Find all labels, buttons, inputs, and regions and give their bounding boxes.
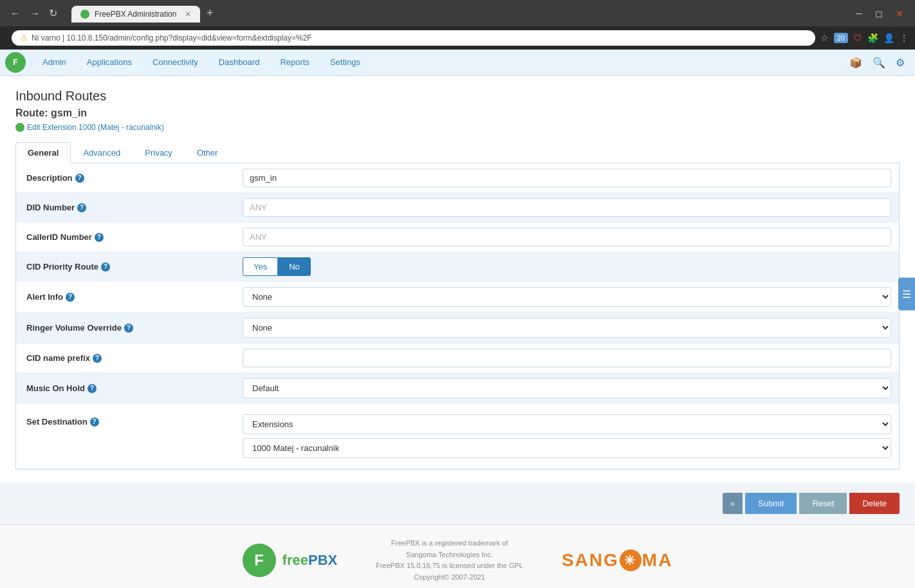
- field-cid-priority-label: CID Priority Route ?: [16, 255, 235, 278]
- shield-icon[interactable]: 🛡: [853, 33, 862, 43]
- field-ringer-volume-label: Ringer Volume Override ?: [16, 317, 235, 339]
- field-ringer-volume-row: Ringer Volume Override ? None: [16, 313, 899, 344]
- sidebar-panel-button[interactable]: ☰: [898, 278, 915, 311]
- nav-menu: Admin Applications Connectivity Dashboar…: [32, 50, 847, 75]
- nav-reports[interactable]: Reports: [270, 50, 320, 75]
- set-destination-help-icon[interactable]: ?: [90, 418, 99, 427]
- field-did-field: [235, 193, 899, 222]
- field-description-label: Description ?: [16, 167, 235, 189]
- field-cid-name-prefix-row: CID name prefix ?: [16, 344, 899, 373]
- edit-icon: [15, 123, 24, 132]
- lock-warning-icon: ⚠: [21, 33, 28, 42]
- field-ringer-volume-field: None: [235, 313, 899, 343]
- field-callerid-label: CallerID Number ?: [16, 226, 235, 248]
- music-on-hold-select[interactable]: Default: [243, 378, 891, 398]
- nav-applications[interactable]: Applications: [77, 50, 142, 75]
- description-help-icon[interactable]: ?: [75, 174, 84, 183]
- tab-close-icon[interactable]: ✕: [185, 10, 191, 19]
- cid-name-prefix-input[interactable]: [243, 349, 891, 367]
- tab-title: FreePBX Administration: [95, 10, 176, 19]
- navbar: F Admin Applications Connectivity Dashbo…: [0, 50, 915, 76]
- yes-button[interactable]: Yes: [243, 257, 278, 276]
- field-set-destination-field: Extensions 1000 Matej - racunalnik: [235, 409, 899, 463]
- description-input[interactable]: [243, 169, 891, 187]
- field-cid-priority-field: Yes No: [235, 252, 899, 281]
- menu-icon[interactable]: ⋮: [900, 33, 909, 43]
- extensions-icon[interactable]: 🧩: [867, 33, 878, 43]
- footer-copyright: FreePBX is a registered trademark of San…: [376, 538, 523, 583]
- url-text: Ni varno | 10.10.8.150/admin/config.php?…: [32, 33, 806, 42]
- field-callerid-row: CallerID Number ?: [16, 223, 899, 252]
- main-content: Inbound Routes Route: gsm_in Edit Extens…: [0, 76, 915, 482]
- alert-info-help-icon[interactable]: ?: [66, 293, 75, 302]
- reload-button[interactable]: ↻: [45, 5, 61, 22]
- page-title: Inbound Routes: [15, 89, 900, 104]
- tab-advanced[interactable]: Advanced: [71, 142, 133, 163]
- browser-tab[interactable]: FreePBX Administration ✕: [71, 6, 200, 23]
- freepbx-brand-text: freePBX: [282, 552, 338, 569]
- ringer-volume-select[interactable]: None: [243, 318, 891, 338]
- field-music-on-hold-row: Music On Hold ? Default: [16, 373, 899, 404]
- field-alert-info-label: Alert Info ?: [16, 286, 235, 308]
- yes-no-group: Yes No: [243, 257, 891, 276]
- bookmark-icon[interactable]: ☆: [820, 33, 829, 43]
- tab-privacy[interactable]: Privacy: [133, 142, 185, 163]
- nav-connectivity[interactable]: Connectivity: [142, 50, 208, 75]
- cid-priority-help-icon[interactable]: ?: [101, 262, 110, 271]
- forward-button[interactable]: →: [26, 5, 44, 22]
- freepbx-logo: F: [5, 52, 26, 73]
- nav-admin[interactable]: Admin: [32, 50, 77, 75]
- profile-icon[interactable]: 👤: [883, 33, 894, 43]
- field-callerid-field: [235, 223, 899, 252]
- set-destination-value-select[interactable]: 1000 Matej - racunalnik: [243, 438, 891, 458]
- no-button[interactable]: No: [278, 257, 311, 276]
- nav-gear-icon[interactable]: ⚙: [893, 54, 907, 71]
- freepbx-frog-icon: F: [243, 544, 276, 577]
- module-admin-icon[interactable]: 📦: [847, 54, 865, 71]
- submit-button[interactable]: Submit: [745, 493, 797, 514]
- edit-extension-link[interactable]: Edit Extension 1000 (Matej - racunalnik): [15, 123, 900, 132]
- field-cid-name-prefix-label: CID name prefix ?: [16, 347, 235, 369]
- alert-info-select[interactable]: None: [243, 287, 891, 307]
- field-cid-name-prefix-field: [235, 344, 899, 372]
- action-bar: » Submit Reset Delete: [0, 482, 915, 524]
- callerid-input[interactable]: [243, 228, 891, 246]
- back-button[interactable]: ←: [6, 5, 24, 22]
- tab-general[interactable]: General: [15, 142, 71, 163]
- tab-favicon: [80, 10, 89, 19]
- nav-settings[interactable]: Settings: [320, 50, 371, 75]
- did-input[interactable]: [243, 198, 891, 217]
- cid-name-prefix-help-icon[interactable]: ?: [93, 354, 102, 363]
- field-cid-priority-row: CID Priority Route ? Yes No: [16, 252, 899, 282]
- new-tab-button[interactable]: +: [201, 4, 219, 23]
- ringer-volume-help-icon[interactable]: ?: [124, 324, 133, 333]
- route-subtitle: Route: gsm_in: [15, 107, 900, 119]
- callerid-help-icon[interactable]: ?: [95, 233, 104, 242]
- collapse-button[interactable]: »: [723, 493, 743, 514]
- field-alert-info-row: Alert Info ? None: [16, 282, 899, 313]
- freepbx-logo-footer: F freePBX: [243, 544, 338, 577]
- window-maximize-button[interactable]: ◻: [870, 7, 888, 20]
- extension-badge[interactable]: 20: [834, 33, 848, 43]
- music-on-hold-help-icon[interactable]: ?: [88, 384, 97, 393]
- window-close-button[interactable]: ✕: [891, 7, 909, 20]
- field-did-label: DID Number ?: [16, 196, 235, 219]
- set-destination-type-select[interactable]: Extensions: [243, 414, 891, 434]
- field-alert-info-field: None: [235, 282, 899, 312]
- field-did-row: DID Number ?: [16, 193, 899, 223]
- window-minimize-button[interactable]: ─: [851, 7, 867, 20]
- field-set-destination-label: Set Destination ?: [16, 409, 235, 433]
- tab-other[interactable]: Other: [185, 142, 230, 163]
- form-tabs: General Advanced Privacy Other: [15, 142, 900, 163]
- field-description-field: [235, 163, 899, 192]
- sangoma-logo: SANG ✳ MA: [562, 549, 672, 571]
- form-container: Description ? DID Number ? CallerID Numb…: [15, 163, 900, 470]
- delete-button[interactable]: Delete: [849, 493, 900, 514]
- field-set-destination-row: Set Destination ? Extensions 1000 Matej …: [16, 404, 899, 469]
- nav-search-icon[interactable]: 🔍: [870, 54, 888, 71]
- field-music-on-hold-label: Music On Hold ?: [16, 377, 235, 400]
- nav-dashboard[interactable]: Dashboard: [208, 50, 270, 75]
- field-description-row: Description ?: [16, 163, 899, 193]
- did-help-icon[interactable]: ?: [77, 203, 86, 212]
- reset-button[interactable]: Reset: [799, 493, 847, 514]
